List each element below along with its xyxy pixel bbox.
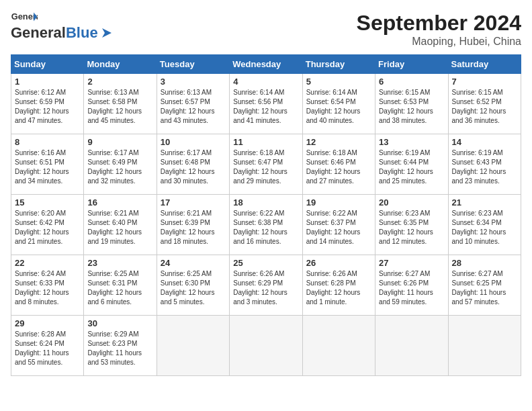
day-info: Sunrise: 6:17 AM Sunset: 6:49 PM Dayligh… xyxy=(87,148,152,186)
day-number: 5 xyxy=(306,77,371,87)
calendar-cell: 8 Sunrise: 6:16 AM Sunset: 6:51 PM Dayli… xyxy=(11,134,84,195)
calendar-cell: 21 Sunrise: 6:23 AM Sunset: 6:34 PM Dayl… xyxy=(448,195,521,255)
day-info: Sunrise: 6:24 AM Sunset: 6:33 PM Dayligh… xyxy=(15,269,80,307)
weekday-header-tuesday: Tuesday xyxy=(157,55,229,74)
calendar-cell: 10 Sunrise: 6:17 AM Sunset: 6:48 PM Dayl… xyxy=(157,134,229,195)
calendar-table: SundayMondayTuesdayWednesdayThursdayFrid… xyxy=(11,54,521,376)
calendar-cell: 15 Sunrise: 6:20 AM Sunset: 6:42 PM Dayl… xyxy=(11,195,84,255)
day-number: 29 xyxy=(15,318,80,328)
day-info: Sunrise: 6:14 AM Sunset: 6:54 PM Dayligh… xyxy=(306,88,371,126)
calendar-cell: 29 Sunrise: 6:28 AM Sunset: 6:24 PM Dayl… xyxy=(11,316,84,376)
calendar-week-row: 8 Sunrise: 6:16 AM Sunset: 6:51 PM Dayli… xyxy=(11,134,521,195)
calendar-cell: 2 Sunrise: 6:13 AM Sunset: 6:58 PM Dayli… xyxy=(84,74,157,134)
calendar-cell: 25 Sunrise: 6:26 AM Sunset: 6:29 PM Dayl… xyxy=(230,255,302,316)
calendar-week-row: 1 Sunrise: 6:12 AM Sunset: 6:59 PM Dayli… xyxy=(11,74,521,134)
calendar-cell xyxy=(302,316,375,376)
header: General General Blue September 2024 Maop… xyxy=(11,11,521,48)
day-number: 1 xyxy=(15,77,80,87)
day-info: Sunrise: 6:21 AM Sunset: 6:39 PM Dayligh… xyxy=(161,209,226,246)
day-info: Sunrise: 6:23 AM Sunset: 6:34 PM Dayligh… xyxy=(452,209,517,246)
day-number: 28 xyxy=(452,258,517,268)
calendar-cell: 30 Sunrise: 6:29 AM Sunset: 6:23 PM Dayl… xyxy=(84,316,157,376)
day-info: Sunrise: 6:26 AM Sunset: 6:29 PM Dayligh… xyxy=(233,269,298,307)
day-info: Sunrise: 6:20 AM Sunset: 6:42 PM Dayligh… xyxy=(15,209,80,246)
weekday-header-saturday: Saturday xyxy=(448,55,521,74)
day-info: Sunrise: 6:22 AM Sunset: 6:37 PM Dayligh… xyxy=(306,209,371,246)
day-info: Sunrise: 6:15 AM Sunset: 6:53 PM Dayligh… xyxy=(379,88,444,126)
day-number: 30 xyxy=(87,318,152,328)
day-info: Sunrise: 6:12 AM Sunset: 6:59 PM Dayligh… xyxy=(15,88,80,126)
calendar-cell: 19 Sunrise: 6:22 AM Sunset: 6:37 PM Dayl… xyxy=(302,195,375,255)
day-info: Sunrise: 6:28 AM Sunset: 6:24 PM Dayligh… xyxy=(15,330,80,367)
day-number: 25 xyxy=(233,258,298,268)
calendar-cell: 17 Sunrise: 6:21 AM Sunset: 6:39 PM Dayl… xyxy=(157,195,229,255)
day-info: Sunrise: 6:29 AM Sunset: 6:23 PM Dayligh… xyxy=(87,330,152,367)
calendar-cell: 9 Sunrise: 6:17 AM Sunset: 6:49 PM Dayli… xyxy=(84,134,157,195)
day-info: Sunrise: 6:14 AM Sunset: 6:56 PM Dayligh… xyxy=(233,88,298,126)
day-info: Sunrise: 6:18 AM Sunset: 6:47 PM Dayligh… xyxy=(233,148,298,186)
calendar-cell xyxy=(375,316,448,376)
day-number: 7 xyxy=(452,77,517,87)
logo: General General Blue xyxy=(11,11,114,42)
day-number: 9 xyxy=(87,137,152,147)
calendar-cell: 12 Sunrise: 6:18 AM Sunset: 6:46 PM Dayl… xyxy=(302,134,375,195)
day-number: 4 xyxy=(233,77,298,87)
calendar-cell: 13 Sunrise: 6:19 AM Sunset: 6:44 PM Dayl… xyxy=(375,134,448,195)
day-number: 8 xyxy=(15,137,80,147)
day-number: 21 xyxy=(452,197,517,208)
day-number: 14 xyxy=(452,137,517,147)
logo-blue: Blue xyxy=(66,24,98,42)
weekday-header-sunday: Sunday xyxy=(11,55,84,74)
day-number: 2 xyxy=(87,77,152,87)
calendar-week-row: 15 Sunrise: 6:20 AM Sunset: 6:42 PM Dayl… xyxy=(11,195,521,255)
weekday-header-monday: Monday xyxy=(84,55,157,74)
calendar-cell: 3 Sunrise: 6:13 AM Sunset: 6:57 PM Dayli… xyxy=(157,74,229,134)
calendar-cell: 11 Sunrise: 6:18 AM Sunset: 6:47 PM Dayl… xyxy=(230,134,302,195)
day-info: Sunrise: 6:13 AM Sunset: 6:57 PM Dayligh… xyxy=(161,88,226,126)
day-info: Sunrise: 6:25 AM Sunset: 6:30 PM Dayligh… xyxy=(161,269,226,307)
calendar-cell: 6 Sunrise: 6:15 AM Sunset: 6:53 PM Dayli… xyxy=(375,74,448,134)
calendar-cell: 5 Sunrise: 6:14 AM Sunset: 6:54 PM Dayli… xyxy=(302,74,375,134)
day-number: 19 xyxy=(306,197,371,208)
day-number: 12 xyxy=(306,137,371,147)
calendar-cell: 22 Sunrise: 6:24 AM Sunset: 6:33 PM Dayl… xyxy=(11,255,84,316)
calendar-week-row: 22 Sunrise: 6:24 AM Sunset: 6:33 PM Dayl… xyxy=(11,255,521,316)
day-number: 24 xyxy=(161,258,226,268)
calendar-cell: 18 Sunrise: 6:22 AM Sunset: 6:38 PM Dayl… xyxy=(230,195,302,255)
day-number: 15 xyxy=(15,197,80,208)
calendar-cell xyxy=(448,316,521,376)
calendar-cell xyxy=(157,316,229,376)
calendar-cell: 4 Sunrise: 6:14 AM Sunset: 6:56 PM Dayli… xyxy=(230,74,302,134)
day-info: Sunrise: 6:19 AM Sunset: 6:43 PM Dayligh… xyxy=(452,148,517,186)
calendar-cell: 24 Sunrise: 6:25 AM Sunset: 6:30 PM Dayl… xyxy=(157,255,229,316)
weekday-header-thursday: Thursday xyxy=(302,55,375,74)
title-area: September 2024 Maoping, Hubei, China xyxy=(357,11,521,48)
calendar-cell: 16 Sunrise: 6:21 AM Sunset: 6:40 PM Dayl… xyxy=(84,195,157,255)
calendar-cell: 23 Sunrise: 6:25 AM Sunset: 6:31 PM Dayl… xyxy=(84,255,157,316)
day-number: 3 xyxy=(161,77,226,87)
calendar-week-row: 29 Sunrise: 6:28 AM Sunset: 6:24 PM Dayl… xyxy=(11,316,521,376)
day-info: Sunrise: 6:27 AM Sunset: 6:26 PM Dayligh… xyxy=(379,269,444,307)
day-info: Sunrise: 6:22 AM Sunset: 6:38 PM Dayligh… xyxy=(233,209,298,246)
day-number: 18 xyxy=(233,197,298,208)
logo-icon: General xyxy=(11,11,38,23)
day-number: 17 xyxy=(161,197,226,208)
day-info: Sunrise: 6:21 AM Sunset: 6:40 PM Dayligh… xyxy=(87,209,152,246)
calendar-cell xyxy=(230,316,302,376)
day-info: Sunrise: 6:27 AM Sunset: 6:25 PM Dayligh… xyxy=(452,269,517,307)
day-info: Sunrise: 6:26 AM Sunset: 6:28 PM Dayligh… xyxy=(306,269,371,307)
day-number: 13 xyxy=(379,137,444,147)
day-number: 16 xyxy=(87,197,152,208)
day-number: 27 xyxy=(379,258,444,268)
day-info: Sunrise: 6:23 AM Sunset: 6:35 PM Dayligh… xyxy=(379,209,444,246)
calendar-cell: 26 Sunrise: 6:26 AM Sunset: 6:28 PM Dayl… xyxy=(302,255,375,316)
day-number: 10 xyxy=(161,137,226,147)
calendar-cell: 28 Sunrise: 6:27 AM Sunset: 6:25 PM Dayl… xyxy=(448,255,521,316)
calendar-cell: 20 Sunrise: 6:23 AM Sunset: 6:35 PM Dayl… xyxy=(375,195,448,255)
weekday-header-row: SundayMondayTuesdayWednesdayThursdayFrid… xyxy=(11,55,521,74)
day-info: Sunrise: 6:15 AM Sunset: 6:52 PM Dayligh… xyxy=(452,88,517,126)
location-title: Maoping, Hubei, China xyxy=(357,36,521,48)
svg-marker-2 xyxy=(102,28,112,38)
logo-general: General xyxy=(11,24,66,42)
day-number: 6 xyxy=(379,77,444,87)
